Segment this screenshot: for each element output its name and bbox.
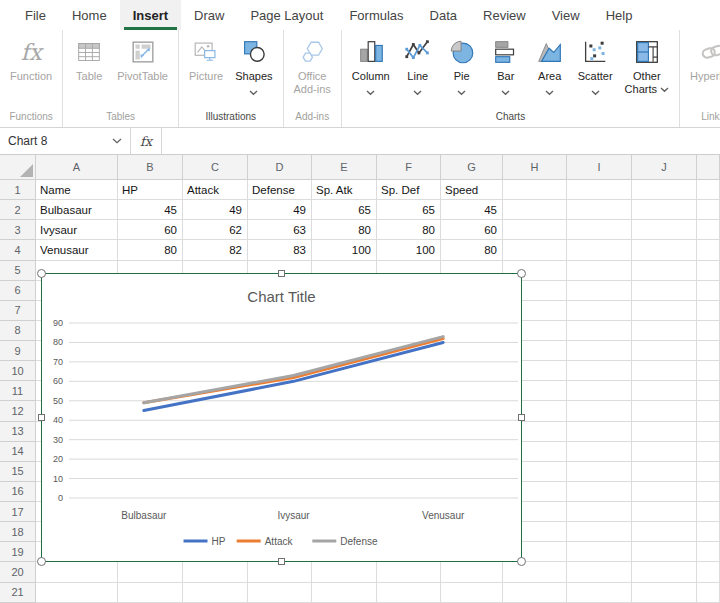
cell-partial-7[interactable] (697, 301, 720, 321)
row-header-11[interactable]: 11 (0, 381, 36, 401)
row-header-10[interactable]: 10 (0, 361, 36, 381)
cell-c4[interactable]: 82 (183, 240, 248, 260)
cell-j21[interactable] (632, 583, 697, 603)
row-header-1[interactable]: 1 (0, 180, 36, 200)
cell-j19[interactable] (632, 542, 697, 562)
column-header-a[interactable]: A (36, 155, 118, 180)
cell-a21[interactable] (36, 583, 118, 603)
cell-g4[interactable]: 80 (441, 240, 503, 260)
cell-g2[interactable]: 45 (441, 200, 503, 220)
cell-partial-21[interactable] (697, 583, 720, 603)
cell-j18[interactable] (632, 522, 697, 542)
cell-partial-1[interactable] (697, 180, 720, 200)
tab-data[interactable]: Data (417, 0, 470, 30)
tab-draw[interactable]: Draw (181, 0, 237, 30)
cell-d21[interactable] (248, 583, 312, 603)
cell-g3[interactable]: 60 (441, 220, 503, 240)
column-header-f[interactable]: F (377, 155, 441, 180)
chart-resize-handle-bottom-left[interactable] (37, 557, 46, 566)
cell-partial-12[interactable] (697, 401, 720, 421)
cell-a3[interactable]: Ivysaur (36, 220, 118, 240)
cell-j20[interactable] (632, 562, 697, 582)
chart-resize-handle-top-right[interactable] (517, 269, 526, 278)
cell-f20[interactable] (377, 562, 441, 582)
tab-file[interactable]: File (12, 0, 59, 30)
cell-i13[interactable] (567, 422, 632, 442)
row-header-7[interactable]: 7 (0, 301, 36, 321)
tab-help[interactable]: Help (593, 0, 646, 30)
cell-g20[interactable] (441, 562, 503, 582)
cell-partial-19[interactable] (697, 542, 720, 562)
cell-h1[interactable] (503, 180, 567, 200)
chart-resize-handle-top[interactable] (278, 270, 285, 277)
cell-j6[interactable] (632, 281, 697, 301)
cell-i18[interactable] (567, 522, 632, 542)
cell-j2[interactable] (632, 200, 697, 220)
cell-i16[interactable] (567, 482, 632, 502)
row-header-20[interactable]: 20 (0, 562, 36, 582)
column-header-e[interactable]: E (312, 155, 377, 180)
cell-partial-9[interactable] (697, 341, 720, 361)
cell-c21[interactable] (183, 583, 248, 603)
cell-j7[interactable] (632, 301, 697, 321)
column-header-i[interactable]: I (567, 155, 632, 180)
cell-i8[interactable] (567, 321, 632, 341)
cell-i4[interactable] (567, 240, 632, 260)
cell-a1[interactable]: Name (36, 180, 118, 200)
row-header-19[interactable]: 19 (0, 542, 36, 562)
cell-d20[interactable] (248, 562, 312, 582)
cell-e20[interactable] (312, 562, 377, 582)
row-header-5[interactable]: 5 (0, 261, 36, 281)
cell-h3[interactable] (503, 220, 567, 240)
cell-partial-8[interactable] (697, 321, 720, 341)
column-header-j[interactable]: J (632, 155, 697, 180)
ribbon-button-pie[interactable]: Pie (440, 35, 484, 99)
cell-j4[interactable] (632, 240, 697, 260)
cell-i21[interactable] (567, 583, 632, 603)
ribbon-button-bar[interactable]: Bar (484, 35, 528, 99)
row-header-14[interactable]: 14 (0, 442, 36, 462)
cell-f3[interactable]: 80 (377, 220, 441, 240)
cell-g1[interactable]: Speed (441, 180, 503, 200)
cell-j16[interactable] (632, 482, 697, 502)
cell-i15[interactable] (567, 462, 632, 482)
cell-j8[interactable] (632, 321, 697, 341)
cell-e4[interactable]: 100 (312, 240, 377, 260)
cell-f1[interactable]: Sp. Def (377, 180, 441, 200)
select-all-corner[interactable] (0, 155, 36, 180)
column-header-partial[interactable] (697, 155, 720, 180)
cell-i7[interactable] (567, 301, 632, 321)
cell-i2[interactable] (567, 200, 632, 220)
cell-a4[interactable]: Venusaur (36, 240, 118, 260)
cell-j10[interactable] (632, 361, 697, 381)
cell-i9[interactable] (567, 341, 632, 361)
row-header-4[interactable]: 4 (0, 240, 36, 260)
ribbon-button-shapes[interactable]: Shapes (229, 35, 278, 99)
cell-i3[interactable] (567, 220, 632, 240)
ribbon-button-other-charts[interactable]: OtherCharts (619, 35, 675, 97)
cell-f2[interactable]: 65 (377, 200, 441, 220)
cell-i17[interactable] (567, 502, 632, 522)
ribbon-button-scatter[interactable]: Scatter (572, 35, 619, 99)
cell-d2[interactable]: 49 (248, 200, 312, 220)
formula-input[interactable] (162, 128, 720, 154)
cell-b3[interactable]: 60 (118, 220, 183, 240)
row-header-6[interactable]: 6 (0, 281, 36, 301)
cell-j3[interactable] (632, 220, 697, 240)
cell-b4[interactable]: 80 (118, 240, 183, 260)
cell-e2[interactable]: 65 (312, 200, 377, 220)
cell-i10[interactable] (567, 361, 632, 381)
tab-page-layout[interactable]: Page Layout (237, 0, 336, 30)
cell-j17[interactable] (632, 502, 697, 522)
cell-partial-4[interactable] (697, 240, 720, 260)
row-header-21[interactable]: 21 (0, 583, 36, 603)
column-header-d[interactable]: D (248, 155, 312, 180)
cell-c3[interactable]: 62 (183, 220, 248, 240)
cell-i11[interactable] (567, 381, 632, 401)
cell-partial-6[interactable] (697, 281, 720, 301)
chart-resize-handle-top-left[interactable] (37, 269, 46, 278)
cell-i1[interactable] (567, 180, 632, 200)
cell-j13[interactable] (632, 422, 697, 442)
ribbon-button-line[interactable]: Line (396, 35, 440, 99)
chart-resize-handle-bottom-right[interactable] (517, 557, 526, 566)
